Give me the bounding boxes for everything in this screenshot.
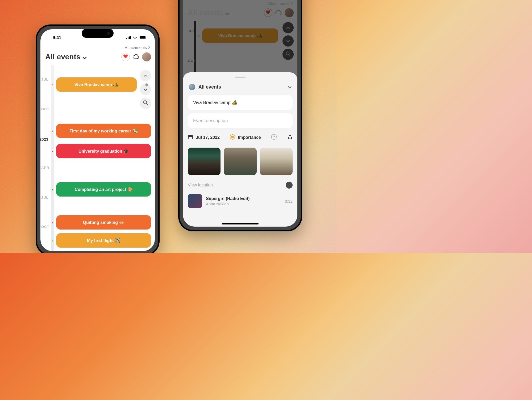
category-icon [189,84,195,90]
cloud-icon [132,55,139,60]
timeline: JUL OCT 2023 APR JUL OCT Viva Braslav ca… [40,65,155,251]
header: All events [40,51,155,65]
help-icon: ? [271,136,277,141]
event-title-card[interactable]: Viva Braslav camp 🏕️ [188,95,293,110]
event-graduation[interactable]: University graduation 🎓 [56,144,151,158]
svg-point-11 [231,136,234,138]
event-label: Completing an art project 🎨 [74,187,132,192]
event-description-placeholder: Event description [193,118,287,123]
svg-rect-9 [188,135,193,139]
chevron-down-icon [82,53,87,61]
song-duration: 3:32 [285,199,293,203]
month-oct: OCT [41,107,49,111]
song-title: Supergirl (Radio Edit) [206,196,281,201]
location-marker-icon [286,182,293,189]
favorites-button[interactable] [121,53,130,61]
song-row[interactable]: Supergirl (Radio Edit) Anna Naklab 3:32 [188,192,293,210]
header-actions [121,52,151,61]
svg-rect-1 [128,37,128,39]
avatar[interactable] [142,52,151,61]
importance-icon [230,134,235,141]
month-oct2: OCT [41,225,49,229]
event-dot [52,189,53,190]
event-art-project[interactable]: Completing an art project 🎨 [56,182,151,197]
sheet-category-dropdown[interactable]: All events [188,83,293,95]
album-art [188,194,202,208]
dynamic-island [82,29,114,38]
event-dot [52,131,53,132]
event-label: University graduation 🎓 [78,149,129,154]
cloud-button[interactable] [132,54,139,60]
event-dot [52,151,53,152]
page-title: All events [45,53,80,61]
event-label: First day of my working career 💸 [69,128,138,134]
attachments-link[interactable]: Attachments [40,43,155,51]
search-button[interactable] [140,98,151,109]
search-icon [143,100,148,106]
screen-right: Attachments All events J [183,0,297,227]
importance-label: Importance [238,135,261,140]
event-dot [52,222,53,223]
status-icons [126,35,146,40]
month-jul2: JUL [41,195,49,199]
event-first-day[interactable]: First day of my working career 💸 [56,124,151,138]
view-location-row[interactable]: View location [188,179,293,192]
event-photo-3[interactable] [260,148,293,175]
event-photo-1[interactable] [188,148,221,175]
event-first-flight[interactable]: My first flight ✈️ [56,233,151,248]
event-detail-sheet: All events Viva Braslav camp 🏕️ Event de… [183,72,297,227]
event-description-input[interactable]: Event description [188,113,293,128]
chevron-down-icon [288,85,292,89]
cellular-signal-icon [126,35,131,40]
phone-bezel: Attachments All events J [180,0,301,230]
event-viva-braslav[interactable]: Viva Braslav camp 🏕️ [56,77,137,92]
song-artist: Anna Naklab [206,202,281,206]
home-indicator[interactable] [222,223,259,224]
svg-rect-3 [130,36,131,39]
view-location-label: View location [188,183,213,188]
share-icon [287,136,293,140]
sheet-grabber[interactable] [235,77,246,78]
phone-frame-left: 9:41 Attachments [36,24,160,253]
help-button[interactable]: ? [271,134,277,141]
photos-row [188,144,293,179]
event-date: Jul 17, 2022 [196,135,220,140]
scroll-down-button[interactable] [140,84,151,95]
event-quit-smoking[interactable]: Quitting smoking 🐵 [56,215,151,230]
event-dot [52,240,53,241]
event-meta-row: Jul 17, 2022 Importance ? [188,131,293,144]
paperclip-icon [145,83,148,87]
event-title-text: Viva Braslav camp 🏕️ [193,100,287,105]
svg-rect-6 [146,37,146,38]
chevron-right-icon [148,45,150,50]
battery-icon [139,35,146,40]
event-label: Viva Braslav camp 🏕️ [74,82,119,87]
screen-left: 9:41 Attachments [40,29,155,251]
status-time: 9:41 [53,35,61,40]
svg-rect-5 [140,36,145,39]
date-picker[interactable]: Jul 17, 2022 [188,134,220,141]
month-jul: JUL [41,77,49,81]
event-dot [52,84,53,85]
song-info: Supergirl (Radio Edit) Anna Naklab [206,196,281,206]
calendar-icon [188,134,193,141]
wifi-icon [133,35,138,40]
category-label: All events [198,84,221,90]
event-photo-2[interactable] [224,148,256,175]
chevron-down-icon [144,87,147,92]
chevron-up-icon [144,73,147,78]
all-events-dropdown[interactable]: All events [44,53,87,61]
svg-text:?: ? [273,135,275,139]
importance-picker[interactable]: Importance [230,134,261,141]
month-apr: APR [41,166,49,170]
heart-icon [123,55,128,59]
svg-rect-2 [129,36,130,39]
svg-rect-0 [126,38,127,39]
svg-point-7 [144,101,147,104]
phone-bezel: 9:41 Attachments [37,26,158,253]
scroll-up-button[interactable] [140,70,151,81]
event-label: My first flight ✈️ [87,238,120,243]
share-button[interactable] [287,134,293,141]
attachments-label: Attachments [125,45,147,50]
event-label: Quitting smoking 🐵 [83,220,124,225]
